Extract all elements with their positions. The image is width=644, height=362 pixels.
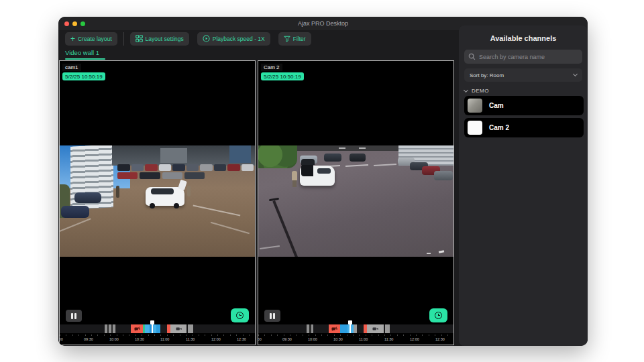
toolbar-divider <box>123 32 124 46</box>
person-by-car <box>187 186 191 196</box>
tick-label: 10:30 <box>135 337 144 341</box>
parking-line <box>260 245 280 249</box>
person-walking <box>116 186 119 198</box>
group-header-demo[interactable]: DEMO <box>464 88 489 94</box>
plus-icon: + <box>70 36 75 42</box>
camera-feed-cam2[interactable] <box>258 145 453 257</box>
tick-label: 12:30 <box>237 337 246 341</box>
tick-label: 9:00 <box>258 337 262 341</box>
parked-car <box>350 154 366 162</box>
camera-off-icon <box>331 326 337 331</box>
camera-feed-cam1[interactable] <box>60 145 255 257</box>
tick-label: 09:30 <box>84 337 93 341</box>
chevron-down-icon <box>464 88 468 93</box>
desktop-background: Ajax PRO Desktop + Create layout Layout … <box>0 0 644 362</box>
lamp-post-shadow <box>273 200 303 257</box>
recording-segment <box>188 324 193 333</box>
tab-label: Video wall 1 <box>65 49 99 56</box>
sort-by-dropdown[interactable]: Sort by: Room <box>464 68 582 82</box>
timeline-ticks: 9:00 09:30 10:00 10:30 11:00 11:30 12:00… <box>60 334 255 344</box>
channel-thumbnail <box>468 121 482 135</box>
playhead[interactable] <box>350 320 351 333</box>
timeline-scrubber[interactable] <box>60 324 255 333</box>
create-layout-button[interactable]: + Create layout <box>65 32 117 46</box>
parking-line <box>193 205 241 216</box>
car-rear-window <box>317 168 331 174</box>
channel-label: Cam 2 <box>489 124 509 131</box>
grid-icon <box>136 35 143 42</box>
pause-button[interactable] <box>66 310 82 322</box>
filter-button[interactable]: Filter <box>278 32 311 46</box>
search-input[interactable] <box>479 54 578 60</box>
camera-rec-icon <box>372 326 378 331</box>
white-car-hatch <box>178 180 187 190</box>
tick-label: 10:00 <box>308 337 317 341</box>
tick-label: 12:30 <box>435 337 445 341</box>
create-layout-label: Create layout <box>78 36 112 42</box>
layout-settings-button[interactable]: Layout settings <box>130 32 189 46</box>
camera-timestamp-badge: 5/2/25 10:50:19 <box>62 72 105 80</box>
video-wall: cam1 5/2/25 10:50:19 <box>58 60 455 346</box>
camera-timestamp-badge: 5/2/25 10:50:19 <box>261 72 304 80</box>
recording-segment <box>170 324 186 333</box>
sort-by-label: Sort by: Room <box>470 72 504 78</box>
trees <box>258 145 297 168</box>
tick-label: 10:30 <box>333 337 343 341</box>
parking-line <box>211 222 250 234</box>
road-dash <box>359 147 366 149</box>
channel-item-cam[interactable]: Cam <box>464 96 584 115</box>
recording-segment <box>385 324 390 333</box>
archive-time-button[interactable] <box>429 308 447 322</box>
tick-label: 09:30 <box>282 337 292 341</box>
tab-video-wall-1[interactable]: Video wall 1 <box>65 49 99 56</box>
tick-label: 9:00 <box>60 337 63 341</box>
person-at-trunk <box>292 171 297 180</box>
clock-icon <box>435 312 442 319</box>
parked-car <box>434 171 453 180</box>
timeline-ticks: 9:00 09:30 10:00 10:30 11:00 11:30 12:00… <box>258 334 453 344</box>
recording-segment <box>367 324 384 333</box>
recording-segment <box>354 324 357 333</box>
trunk-lid <box>301 159 315 165</box>
filter-label: Filter <box>293 36 306 42</box>
white-mark <box>427 253 431 255</box>
offline-segment <box>329 324 340 333</box>
parking-line <box>345 164 368 166</box>
car-row-near <box>117 172 205 179</box>
filter-funnel-icon <box>284 36 290 42</box>
dark-car <box>61 206 89 218</box>
video-wall-tabs: Video wall 1 <box>65 49 99 61</box>
search-icon <box>468 53 476 60</box>
tick-label: 10:00 <box>109 337 119 341</box>
archive-time-button[interactable] <box>231 308 249 322</box>
tick-label: 11:30 <box>186 337 195 341</box>
timeline-scrubber[interactable] <box>258 324 453 333</box>
trunk-opening <box>301 164 313 176</box>
recording-segment <box>105 324 116 333</box>
parking-line <box>374 164 396 166</box>
available-channels-sidebar: Available channels Sort by: Room DEMO Ca… <box>459 25 588 346</box>
sidebar-title: Available channels <box>459 34 588 42</box>
person-legs <box>292 180 297 187</box>
layout-settings-label: Layout settings <box>146 36 184 42</box>
parking-line <box>60 218 91 232</box>
pause-button[interactable] <box>264 310 280 322</box>
car-row-far <box>117 164 254 171</box>
white-car-wheel <box>150 203 155 208</box>
tab-active-indicator <box>65 58 105 60</box>
channel-item-cam2[interactable]: Cam 2 <box>464 118 584 137</box>
playback-segment <box>340 324 354 333</box>
channel-label: Cam <box>489 102 504 109</box>
offline-segment <box>131 324 143 333</box>
white-mark <box>439 250 444 253</box>
tick-label: 11:00 <box>359 337 368 341</box>
playhead[interactable] <box>152 320 153 333</box>
camera-rec-icon <box>176 326 182 331</box>
building-block <box>160 148 187 163</box>
playback-speed-label: Playback speed - 1X <box>213 36 265 42</box>
road-dash <box>339 147 345 149</box>
camera-search-box[interactable] <box>464 50 582 64</box>
playback-speed-button[interactable]: Playback speed - 1X <box>197 32 270 46</box>
blue-glass-building <box>229 145 251 163</box>
app-window: Ajax PRO Desktop + Create layout Layout … <box>58 17 588 346</box>
